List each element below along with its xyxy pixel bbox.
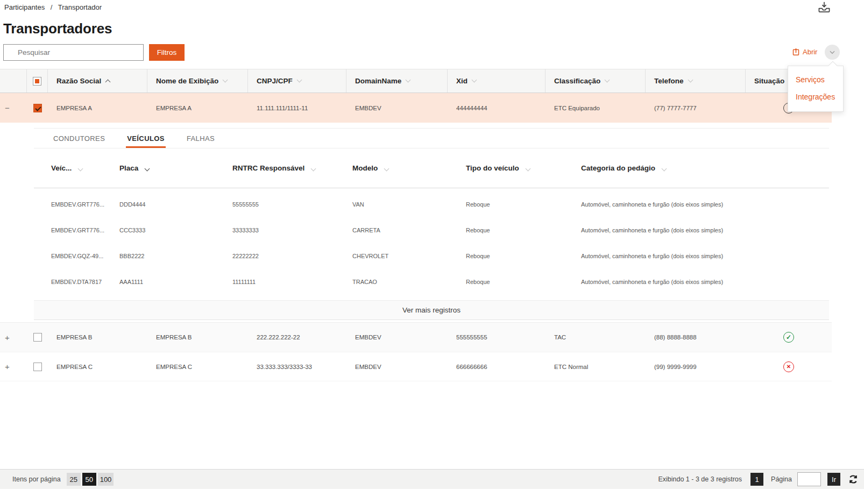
cell-placa: AAA1111 — [119, 279, 232, 285]
import-tray-icon[interactable] — [817, 1, 833, 16]
open-menu-chevron-button[interactable] — [825, 45, 840, 60]
sort-chevron-icon — [311, 166, 316, 172]
header-cnpj-cpf[interactable]: CNPJ/CPF — [248, 69, 346, 93]
header-placa[interactable]: Placa — [119, 164, 232, 172]
page-label: Página — [771, 475, 792, 483]
header-classificacao[interactable]: Classificação — [546, 69, 646, 93]
sort-chevron-icon — [605, 77, 610, 83]
header-telefone[interactable]: Telefone — [646, 69, 746, 93]
header-veiculo[interactable]: Veíc... — [51, 164, 119, 172]
cell-classificacao: ETC Equiparado — [546, 105, 646, 111]
breadcrumb-transportador[interactable]: Transportador — [58, 3, 102, 11]
cell-placa: CCC3333 — [119, 227, 232, 233]
cell-razao-social: EMPRESA A — [48, 105, 147, 111]
header-nome-exibicao[interactable]: Nome de Exibição — [147, 69, 248, 93]
tab-falhas[interactable]: FALHAS — [186, 129, 216, 148]
page-title: Transportadores — [3, 20, 112, 37]
cell-rntrc: 33333333 — [232, 227, 352, 233]
header-select-all[interactable] — [27, 69, 48, 93]
breadcrumb: Participantes / Transportador — [4, 3, 102, 11]
sort-chevron-icon — [384, 166, 389, 172]
breadcrumb-participantes[interactable]: Participantes — [4, 3, 45, 11]
page-size-50-button[interactable]: 50 — [82, 473, 96, 486]
tab-condutores[interactable]: CONDUTORES — [52, 129, 106, 148]
expand-row-icon[interactable] — [0, 363, 27, 371]
vehicle-row: EMBDEV.GRT776... DDD4444 55555555 VAN Re… — [34, 191, 829, 217]
table-row: EMPRESA A EMPRESA A 11.111.111/1111-11 E… — [0, 93, 832, 123]
page-size-100-button[interactable]: 100 — [98, 473, 114, 486]
cell-veiculo: EMBDEV.GQZ-49... — [51, 253, 119, 259]
cell-domainname: EMBDEV — [346, 334, 448, 340]
page-number-input[interactable] — [797, 472, 821, 486]
page-size-25-button[interactable]: 25 — [67, 473, 81, 486]
cell-tipo-veiculo: Reboque — [466, 253, 581, 259]
cell-xid: 666666666 — [448, 364, 546, 370]
cell-categoria-pedagio: Automóvel, caminhoneta e furgão (dois ei… — [581, 227, 829, 233]
cell-classificacao: ETC Normal — [546, 364, 646, 370]
cell-veiculo: EMBDEV.GRT776... — [51, 227, 119, 233]
menu-item-servicos[interactable]: Serviços — [788, 71, 843, 88]
cell-tipo-veiculo: Reboque — [466, 227, 581, 233]
sort-chevron-icon — [525, 166, 530, 172]
cell-razao-social: EMPRESA C — [48, 364, 147, 370]
vehicles-header-row: Veíc... Placa RNTRC Responsável Modelo — [34, 148, 829, 188]
showing-records-label: Exibindo 1 - 3 de 3 registros — [658, 475, 742, 483]
tab-veiculos[interactable]: VEÍCULOS — [126, 129, 166, 148]
sort-chevron-icon — [688, 77, 693, 83]
select-all-checkbox[interactable] — [33, 77, 41, 86]
menu-item-integracoes[interactable]: Integrações — [788, 88, 843, 105]
table-row: EMPRESA C EMPRESA C 33.333.333/3333-33 E… — [0, 352, 832, 381]
cell-modelo: VAN — [352, 201, 466, 208]
row-checkbox[interactable] — [33, 363, 42, 371]
sort-chevron-icon — [223, 77, 228, 83]
cell-tipo-veiculo: Reboque — [466, 201, 581, 208]
header-rntrc[interactable]: RNTRC Responsável — [232, 164, 352, 172]
cell-xid: 555555555 — [448, 334, 546, 340]
pagination-footer: Itens por página 25 50 100 Exibindo 1 - … — [0, 469, 864, 489]
cell-placa: BBB2222 — [119, 253, 232, 259]
cell-nome-exibicao: EMPRESA B — [147, 334, 248, 340]
vehicle-row: EMBDEV.DTA7817 AAA1111 11111111 TRACAO R… — [34, 269, 829, 295]
detail-tabs: CONDUTORES VEÍCULOS FALHAS — [34, 128, 829, 148]
vehicles-rows: EMBDEV.GRT776... DDD4444 55555555 VAN Re… — [34, 188, 829, 295]
sort-chevron-icon — [296, 77, 302, 83]
table-header-row: Razão Social Nome de Exibição CNPJ/CPF D… — [0, 69, 832, 93]
transporters-table: Razão Social Nome de Exibição CNPJ/CPF D… — [0, 69, 864, 381]
cell-modelo: TRACAO — [352, 279, 466, 285]
row-checkbox[interactable] — [33, 104, 42, 112]
cell-placa: DDD4444 — [119, 201, 232, 208]
current-page-button[interactable]: 1 — [750, 473, 763, 486]
cell-telefone: (77) 7777-7777 — [646, 105, 746, 111]
header-categoria-pedagio[interactable]: Categoria do pedágio — [581, 164, 829, 172]
expand-row-icon[interactable] — [0, 333, 27, 342]
header-tipo-veiculo[interactable]: Tipo do veículo — [466, 164, 581, 172]
open-button[interactable]: Abrir — [792, 48, 817, 56]
cell-tipo-veiculo: Reboque — [466, 279, 581, 285]
cell-nome-exibicao: EMPRESA A — [147, 105, 248, 111]
filters-button[interactable]: Filtros — [149, 44, 185, 61]
refresh-button[interactable] — [848, 474, 859, 485]
cell-categoria-pedagio: Automóvel, caminhoneta e furgão (dois ei… — [581, 253, 829, 259]
header-domainname[interactable]: DomainName — [346, 69, 448, 93]
load-more-link[interactable]: Ver mais registros — [34, 300, 829, 320]
header-razao-social[interactable]: Razão Social — [48, 69, 147, 93]
collapse-row-icon[interactable] — [0, 104, 27, 112]
header-modelo[interactable]: Modelo — [352, 164, 466, 172]
cell-cnpj-cpf: 222.222.222-22 — [248, 334, 346, 340]
cell-modelo: CHEVROLET — [352, 253, 466, 259]
cell-categoria-pedagio: Automóvel, caminhoneta e furgão (dois ei… — [581, 279, 829, 285]
chevron-down-icon — [828, 48, 837, 56]
table-row: EMPRESA B EMPRESA B 222.222.222-22 EMBDE… — [0, 322, 832, 352]
header-xid[interactable]: Xid — [448, 69, 546, 93]
cell-veiculo: EMBDEV.DTA7817 — [51, 279, 119, 285]
dropdown-caret — [828, 61, 838, 70]
vehicle-row: EMBDEV.GQZ-49... BBB2222 22222222 CHEVRO… — [34, 243, 829, 269]
go-button[interactable]: Ir — [827, 473, 840, 486]
cell-telefone: (99) 9999-9999 — [646, 364, 746, 370]
cell-rntrc: 22222222 — [232, 253, 352, 259]
cell-xid: 444444444 — [448, 105, 546, 111]
row-checkbox[interactable] — [33, 333, 42, 342]
vehicle-row: EMBDEV.GRT776... CCC3333 33333333 CARRET… — [34, 217, 829, 243]
row-detail-panel: CONDUTORES VEÍCULOS FALHAS Veíc... Placa… — [0, 128, 864, 320]
search-input[interactable] — [3, 44, 144, 61]
